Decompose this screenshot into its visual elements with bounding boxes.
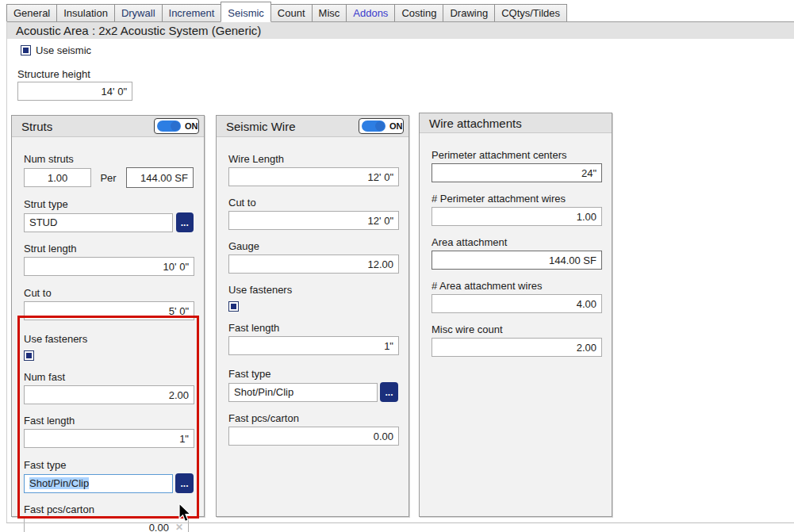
gauge-label: Gauge	[228, 240, 398, 252]
perimeter-wires-label: # Perimeter attachment wires	[432, 193, 601, 205]
tab-addons[interactable]: Addons	[346, 4, 395, 21]
seismic-wire-panel-title: Seismic Wire	[226, 120, 296, 133]
strut-length-input[interactable]: 10' 0"	[24, 257, 194, 276]
struts-cut-to-value: 5' 0"	[169, 305, 189, 317]
area-wires-value: 4.00	[577, 298, 596, 310]
page-title-bar: Acoustic Area : 2x2 Acoustic System (Gen…	[6, 22, 794, 39]
struts-fast-type-input[interactable]: Shot/Pin/Clip	[24, 474, 173, 493]
use-seismic-checkbox[interactable]	[21, 45, 31, 55]
per-area-input[interactable]: 144.00 SF	[126, 167, 194, 188]
structure-height-label: Structure height	[17, 68, 90, 80]
misc-wire-count-input[interactable]: 2.00	[432, 338, 602, 357]
seismic-wire-panel-header: Seismic Wire ON	[217, 116, 409, 137]
area-wires-input[interactable]: 4.00	[432, 294, 602, 313]
num-struts-input[interactable]: 1.00	[24, 168, 91, 187]
wire-fast-pcs-value: 0.00	[374, 431, 393, 442]
use-seismic-row: Use seismic	[21, 44, 91, 56]
mouse-cursor-icon	[175, 503, 191, 524]
wire-fast-type-input[interactable]: Shot/Pin/Clip	[228, 383, 378, 402]
num-fast-input[interactable]: 2.00	[24, 385, 194, 404]
wire-fast-length-label: Fast length	[228, 322, 398, 334]
seismic-wire-panel: Seismic Wire ON Wire Length 12' 0" Cut t…	[216, 115, 409, 517]
tab-drywall[interactable]: Drywall	[114, 4, 163, 21]
tab-bar: General Insulation Drywall Increment Sei…	[6, 3, 794, 22]
content-left-border	[6, 21, 7, 523]
wire-length-input[interactable]: 12' 0"	[228, 167, 399, 186]
wire-fast-pcs-input[interactable]: 0.00	[228, 427, 399, 446]
struts-on-toggle[interactable]: ON	[154, 118, 199, 134]
struts-fast-type-browse-button[interactable]: ...	[175, 473, 194, 493]
tab-count[interactable]: Count	[270, 4, 313, 21]
area-wires-label: # Area attachment wires	[432, 280, 601, 292]
strut-type-label: Strut type	[24, 198, 194, 210]
num-struts-label: Num struts	[24, 153, 194, 165]
num-struts-value: 1.00	[48, 172, 67, 184]
tab-increment[interactable]: Increment	[162, 4, 222, 21]
wire-attachments-panel-title: Wire attachments	[429, 117, 522, 130]
wire-cut-to-input[interactable]: 12' 0"	[228, 211, 399, 230]
wire-cut-to-label: Cut to	[228, 197, 398, 209]
num-fast-label: Num fast	[24, 371, 194, 383]
struts-fast-type-label: Fast type	[24, 459, 194, 471]
strut-type-input[interactable]: STUD	[24, 213, 173, 232]
perimeter-centers-value: 24"	[581, 167, 596, 179]
struts-fast-type-value: Shot/Pin/Clip	[29, 477, 89, 489]
per-label: Per	[100, 172, 116, 184]
tab-insulation[interactable]: Insulation	[56, 4, 115, 21]
wire-attachments-panel-header: Wire attachments	[420, 113, 612, 133]
wire-fast-length-input[interactable]: 1"	[228, 336, 399, 355]
wire-fast-type-browse-button[interactable]: ...	[380, 382, 398, 402]
wire-fast-pcs-label: Fast pcs/carton	[228, 412, 398, 424]
misc-wire-count-label: Misc wire count	[432, 323, 601, 335]
per-area-value: 144.00 SF	[140, 172, 188, 184]
strut-type-value: STUD	[29, 216, 57, 228]
struts-use-fasteners-checkbox[interactable]	[24, 350, 34, 361]
area-attachment-value: 144.00 SF	[549, 255, 596, 266]
wire-fast-length-value: 1"	[384, 340, 393, 352]
struts-fast-pcs-input[interactable]: 0.00 ✕	[24, 518, 189, 532]
seismic-wire-on-toggle[interactable]: ON	[359, 118, 404, 134]
tab-costing[interactable]: Costing	[394, 4, 443, 21]
struts-fast-length-input[interactable]: 1"	[24, 429, 194, 448]
wire-length-value: 12' 0"	[368, 171, 393, 183]
tab-cqtys-tildes[interactable]: CQtys/Tildes	[494, 4, 567, 21]
seismic-wire-toggle-state: ON	[389, 121, 403, 131]
perimeter-centers-input[interactable]: 24"	[432, 163, 602, 182]
num-fast-value: 2.00	[169, 389, 189, 401]
tab-drawing[interactable]: Drawing	[443, 4, 495, 21]
bottom-divider	[6, 522, 794, 523]
perimeter-wires-input[interactable]: 1.00	[432, 207, 602, 226]
struts-use-fasteners-label: Use fasteners	[24, 333, 194, 345]
struts-fast-length-value: 1"	[179, 433, 189, 445]
seismic-settings-screen: General Insulation Drywall Increment Sei…	[0, 0, 794, 532]
struts-toggle-state: ON	[185, 121, 198, 131]
wire-fast-type-label: Fast type	[228, 368, 398, 380]
structure-height-value: 14' 0"	[102, 86, 127, 98]
misc-wire-count-value: 2.00	[577, 342, 596, 354]
tab-general[interactable]: General	[6, 4, 57, 21]
page-title: Acoustic Area : 2x2 Acoustic System (Gen…	[16, 24, 261, 37]
tab-seismic[interactable]: Seismic	[221, 2, 271, 22]
structure-height-input[interactable]: 14' 0"	[17, 82, 132, 101]
wire-use-fasteners-checkbox[interactable]	[228, 301, 239, 312]
tab-misc[interactable]: Misc	[312, 4, 347, 21]
gauge-input[interactable]: 12.00	[228, 255, 399, 274]
toggle-pill-icon	[157, 121, 181, 132]
wire-length-label: Wire Length	[228, 153, 398, 165]
wire-cut-to-value: 12' 0"	[368, 215, 393, 227]
perimeter-centers-label: Perimeter attachment centers	[432, 149, 601, 161]
strut-length-value: 10' 0"	[163, 261, 189, 273]
struts-panel: Struts ON Num struts 1.00 Per 144.00 SF …	[11, 115, 205, 517]
area-attachment-label: Area attachment	[432, 236, 601, 248]
area-attachment-input[interactable]: 144.00 SF	[432, 251, 602, 270]
use-seismic-label: Use seismic	[36, 44, 91, 56]
struts-fast-length-label: Fast length	[24, 415, 194, 427]
struts-fast-pcs-label: Fast pcs/carton	[24, 503, 194, 515]
wire-fast-type-value: Shot/Pin/Clip	[234, 386, 293, 398]
struts-cut-to-input[interactable]: 5' 0"	[24, 301, 194, 320]
struts-panel-title: Struts	[21, 120, 52, 133]
wire-use-fasteners-label: Use fasteners	[228, 284, 398, 296]
struts-panel-header: Struts ON	[12, 116, 204, 137]
struts-cut-to-label: Cut to	[24, 287, 194, 299]
strut-type-browse-button[interactable]: ...	[176, 212, 194, 232]
